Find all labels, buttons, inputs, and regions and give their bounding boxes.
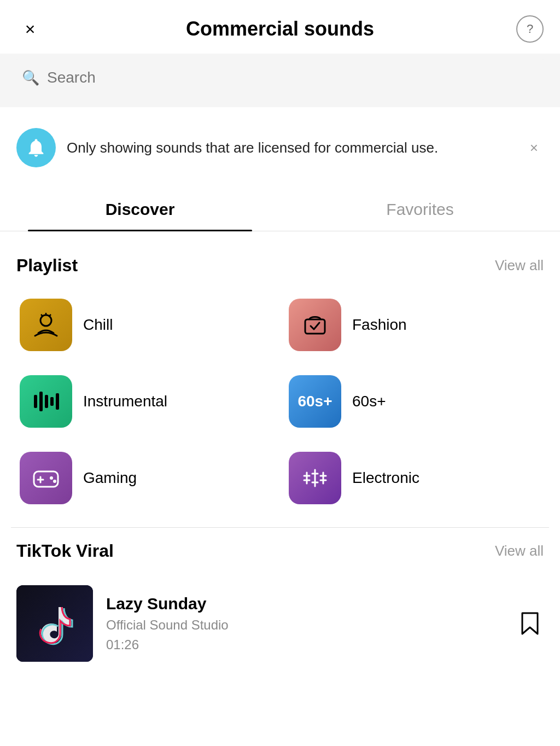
viral-section-header: TikTok Viral View all <box>0 528 560 572</box>
fashion-icon <box>289 299 341 351</box>
fashion-label: Fashion <box>352 316 407 334</box>
search-bar: 🔍 <box>11 59 549 96</box>
close-button[interactable]: × <box>16 15 44 43</box>
svg-rect-5 <box>34 395 37 408</box>
60s-label: 60s+ <box>352 393 386 410</box>
notification-left: Only showing sounds that are licensed fo… <box>16 128 524 167</box>
electronic-icon <box>289 452 341 504</box>
search-icon: 🔍 <box>22 69 39 86</box>
viral-track-duration: 01:26 <box>106 637 503 652</box>
electronic-label: Electronic <box>352 469 419 487</box>
gaming-icon-svg <box>30 462 62 494</box>
viral-title: TikTok Viral <box>16 541 114 561</box>
viral-thumbnail <box>16 585 93 662</box>
viral-view-all-button[interactable]: View all <box>495 543 544 560</box>
instrumental-icon-svg <box>30 385 62 418</box>
svg-line-2 <box>41 314 43 316</box>
page-title: Commercial sounds <box>44 18 516 40</box>
playlist-item-electronic[interactable]: Electronic <box>280 440 549 516</box>
svg-rect-8 <box>50 397 54 406</box>
search-input[interactable] <box>47 69 538 86</box>
tabs-container: Discover Favorites <box>0 188 560 231</box>
svg-point-0 <box>40 315 51 326</box>
viral-track-title: Lazy Sunday <box>106 595 503 613</box>
svg-rect-4 <box>305 319 325 334</box>
electronic-icon-svg <box>299 462 331 494</box>
playlist-section-header: Playlist View all <box>0 242 560 287</box>
header: × Commercial sounds ? <box>0 0 560 54</box>
notification-icon <box>16 128 56 167</box>
bookmark-icon <box>520 611 540 636</box>
notification-banner: Only showing sounds that are licensed fo… <box>0 113 560 183</box>
chill-icon <box>20 299 72 351</box>
bell-icon <box>25 137 47 159</box>
viral-info: Lazy Sunday Official Sound Studio 01:26 <box>106 595 503 652</box>
60s-icon: 60s+ <box>289 375 341 428</box>
notification-close-button[interactable]: × <box>524 134 544 162</box>
playlist-grid: Chill Fashion Instrumental 60s+ <box>0 287 560 516</box>
gaming-icon <box>20 452 72 504</box>
playlist-item-60s[interactable]: 60s+ 60s+ <box>280 363 549 440</box>
svg-point-14 <box>53 480 56 483</box>
viral-item-lazy-sunday[interactable]: Lazy Sunday Official Sound Studio 01:26 <box>0 572 560 675</box>
help-button[interactable]: ? <box>516 15 544 43</box>
bookmark-button[interactable] <box>516 610 544 637</box>
svg-point-13 <box>50 476 53 480</box>
60s-text: 60s+ <box>298 393 332 410</box>
tiktok-logo-icon <box>33 602 77 645</box>
tab-discover[interactable]: Discover <box>0 188 280 231</box>
search-container: 🔍 <box>0 54 560 107</box>
gaming-label: Gaming <box>83 469 137 487</box>
playlist-title: Playlist <box>16 255 78 276</box>
playlist-item-instrumental[interactable]: Instrumental <box>11 363 280 440</box>
playlist-item-gaming[interactable]: Gaming <box>11 440 280 516</box>
chill-label: Chill <box>83 316 113 334</box>
instrumental-icon <box>20 375 72 428</box>
playlist-item-chill[interactable]: Chill <box>11 287 280 363</box>
playlist-item-fashion[interactable]: Fashion <box>280 287 549 363</box>
viral-track-artist: Official Sound Studio <box>106 617 503 633</box>
tab-favorites[interactable]: Favorites <box>280 188 560 231</box>
svg-line-3 <box>49 314 51 316</box>
fashion-icon-svg <box>299 308 331 341</box>
svg-rect-7 <box>45 395 48 408</box>
svg-rect-9 <box>56 393 59 410</box>
chill-icon-svg <box>30 308 62 341</box>
svg-rect-6 <box>39 392 43 411</box>
playlist-view-all-button[interactable]: View all <box>495 257 544 274</box>
notification-text: Only showing sounds that are licensed fo… <box>67 138 438 158</box>
instrumental-label: Instrumental <box>83 393 167 410</box>
tiktok-viral-section: TikTok Viral View all Lazy Sunday Offici… <box>0 528 560 675</box>
